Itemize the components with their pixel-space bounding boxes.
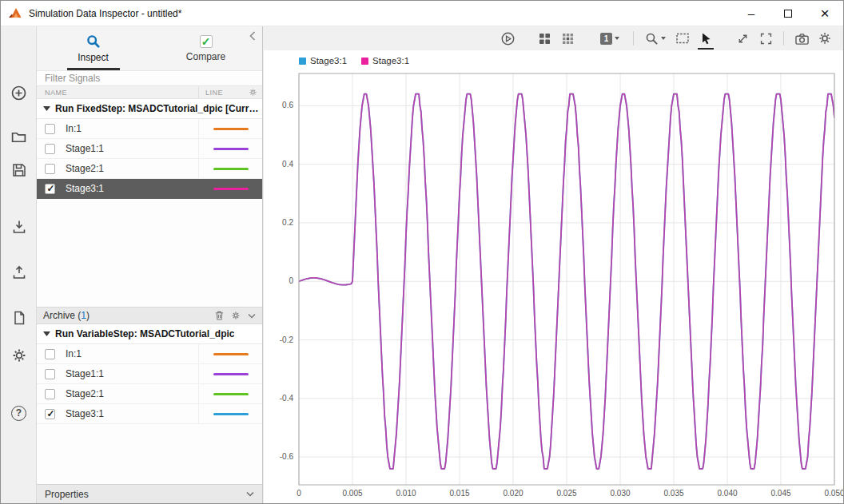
- import-arrow-icon: [11, 219, 27, 235]
- signal-checkbox[interactable]: [45, 389, 55, 399]
- tab-inspect[interactable]: Inspect: [37, 26, 149, 70]
- caret-down-icon[interactable]: [43, 331, 50, 336]
- signal-line-swatch: [213, 373, 249, 375]
- export-arrow-icon: [11, 264, 27, 280]
- collapse-sidebar-button[interactable]: [246, 30, 259, 42]
- signal-checkbox[interactable]: [45, 124, 55, 134]
- signal-row[interactable]: Stage3:1: [37, 179, 262, 199]
- plot-settings-button[interactable]: [814, 28, 835, 49]
- import-button[interactable]: [1, 213, 37, 240]
- svg-text:-0.4: -0.4: [280, 394, 294, 403]
- column-header-line: LINE: [198, 86, 262, 98]
- save-button[interactable]: [1, 157, 37, 184]
- legend-label: Stage3:1: [310, 56, 347, 65]
- layout-custom-button[interactable]: [557, 28, 578, 49]
- svg-text:0.010: 0.010: [396, 489, 416, 498]
- run-group-header[interactable]: Run FixedStep: MSADCTutorial_dpic [Curre…: [37, 99, 262, 119]
- archive-bar[interactable]: Archive (1): [37, 307, 262, 324]
- svg-text:0.045: 0.045: [770, 489, 790, 498]
- signal-line-cell: [198, 159, 262, 178]
- svg-text:0.040: 0.040: [717, 489, 737, 498]
- svg-text:0.015: 0.015: [449, 489, 469, 498]
- signal-row[interactable]: Stage2:1: [37, 159, 262, 179]
- signal-name: Stage1:1: [66, 143, 198, 154]
- snapshot-button[interactable]: [791, 28, 812, 49]
- signal-table-header: NAME LINE: [37, 85, 262, 99]
- signal-row[interactable]: Stage1:1: [37, 139, 262, 159]
- layout-grid-button[interactable]: [534, 28, 555, 49]
- close-icon: ×: [820, 6, 829, 21]
- signal-row[interactable]: Stage3:1: [37, 404, 262, 424]
- plot-area[interactable]: 00.0050.0100.0150.0200.0250.0300.0350.04…: [269, 73, 844, 504]
- help-button[interactable]: ?: [1, 399, 37, 427]
- maximize-button[interactable]: [770, 1, 806, 26]
- svg-text:-0.2: -0.2: [280, 335, 294, 344]
- trash-icon[interactable]: [215, 311, 224, 320]
- signal-checkbox[interactable]: [45, 144, 55, 154]
- caret-down-icon[interactable]: [43, 106, 50, 111]
- signal-row[interactable]: Stage1:1: [37, 364, 262, 384]
- minimize-button[interactable]: –: [733, 1, 770, 26]
- svg-text:0: 0: [289, 276, 293, 285]
- corner-brackets-icon: [759, 32, 773, 46]
- run-group-header[interactable]: Run VariableStep: MSADCTutorial_dpic: [37, 324, 262, 344]
- signal-name: In:1: [66, 123, 198, 134]
- preferences-button[interactable]: [1, 342, 37, 369]
- legend-item[interactable]: Stage3:1: [361, 56, 409, 65]
- window-title: Simulation Data Inspector - untitled*: [29, 8, 181, 19]
- svg-text:0: 0: [297, 489, 301, 498]
- zoom-region-button[interactable]: [672, 28, 693, 49]
- custom-grid-icon: [561, 32, 575, 46]
- subplot-layout-dropdown[interactable]: 1: [594, 28, 626, 49]
- signal-row[interactable]: In:1: [37, 119, 262, 139]
- chevron-down-icon[interactable]: [246, 491, 254, 497]
- filter-row: [37, 71, 262, 85]
- signal-checkbox[interactable]: [45, 349, 55, 359]
- open-button[interactable]: [1, 123, 37, 150]
- add-run-button[interactable]: [1, 79, 37, 106]
- column-header-line-label: LINE: [205, 89, 223, 97]
- legend-item[interactable]: Stage3:1: [299, 56, 347, 65]
- run-simulation-button[interactable]: [497, 28, 518, 49]
- run-list-empty-space: [37, 199, 262, 307]
- signal-line-swatch: [213, 353, 249, 355]
- signal-line-swatch: [213, 413, 249, 415]
- signal-name: Stage3:1: [66, 183, 198, 194]
- play-circle-icon: [500, 31, 516, 46]
- signal-checkbox[interactable]: [45, 164, 55, 174]
- fit-to-view-button[interactable]: [755, 28, 776, 49]
- svg-text:0.035: 0.035: [663, 489, 683, 498]
- expand-axes-button[interactable]: [732, 28, 753, 49]
- pointer-arrow-icon: [699, 32, 713, 46]
- export-button[interactable]: [1, 259, 37, 286]
- signal-row[interactable]: Stage2:1: [37, 384, 262, 404]
- svg-text:0.4: 0.4: [282, 160, 293, 169]
- signal-plot[interactable]: 00.0050.0100.0150.0200.0250.0300.0350.04…: [269, 73, 844, 504]
- signal-checkbox[interactable]: [45, 369, 55, 379]
- filter-signals-input[interactable]: [37, 71, 262, 85]
- archive-gear-icon[interactable]: [231, 311, 241, 320]
- chevron-down-icon[interactable]: [248, 313, 256, 319]
- signal-checkbox[interactable]: [45, 184, 55, 194]
- signal-checkbox[interactable]: [45, 409, 55, 419]
- chart-panel: 1: [264, 26, 843, 503]
- magnifier-icon: [645, 32, 659, 46]
- gear-icon: [818, 31, 832, 46]
- run-title: Run FixedStep: MSADCTutorial_dpic [Curre…: [55, 103, 262, 114]
- sidebar-tabbar: Inspect ✓ Compare: [37, 26, 262, 71]
- tab-compare[interactable]: ✓ Compare: [149, 26, 262, 70]
- toolbar-separator: [633, 31, 634, 46]
- compare-check-icon: ✓: [200, 35, 213, 48]
- column-header-name: NAME: [37, 86, 198, 98]
- signal-row[interactable]: In:1: [37, 344, 262, 364]
- column-gear-icon[interactable]: [249, 88, 257, 97]
- properties-label: Properties: [45, 489, 89, 500]
- create-report-button[interactable]: [1, 304, 37, 331]
- zoom-dropdown[interactable]: [641, 28, 670, 49]
- signal-line-cell: [198, 364, 262, 383]
- close-button[interactable]: ×: [806, 1, 843, 26]
- pointer-tool-button[interactable]: [695, 28, 716, 49]
- properties-bar[interactable]: Properties: [37, 484, 262, 503]
- toolbar-separator: [783, 31, 784, 46]
- caret-down-icon: [615, 37, 619, 40]
